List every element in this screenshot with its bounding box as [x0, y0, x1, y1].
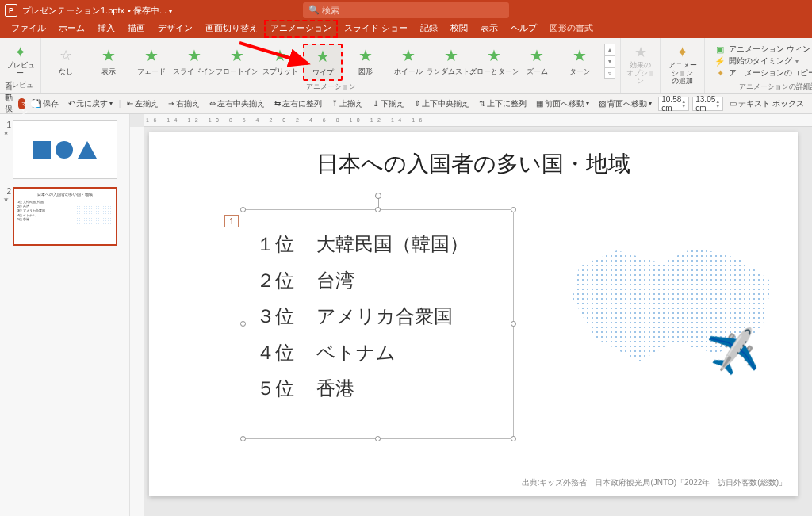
preview-button[interactable]: ✦ プレビュー — [2, 41, 39, 80]
menu-shape-format[interactable]: 図形の書式 — [543, 20, 599, 38]
menu-design[interactable]: デザイン — [151, 20, 199, 38]
effect-options-button[interactable]: ★ 効果の オプション — [622, 41, 659, 88]
animation-label: なし — [59, 67, 73, 77]
add-animation-button[interactable]: ✦ アニメーション の追加 — [665, 41, 701, 88]
animation-ターン[interactable]: ★ターン — [560, 44, 599, 79]
align-center-h-button[interactable]: ⇔左右中央揃え — [206, 97, 268, 111]
align-bottom-button[interactable]: ⤓下揃え — [370, 97, 408, 111]
textbox-button[interactable]: ▭テキスト ボックス — [726, 97, 807, 111]
canvas-area[interactable]: 16 14 12 10 8 6 4 2 0 2 4 6 8 10 12 14 1… — [130, 114, 812, 516]
rotate-handle[interactable] — [375, 193, 381, 199]
animation-フロートイン[interactable]: ★フロートイン — [217, 44, 257, 79]
ranking-text-frame[interactable]: 1 １位大韓民国（韓国）２位台湾３位アメリカ合衆国４位ベトナム５位香港 — [243, 209, 514, 439]
rank-number: １位 — [256, 226, 294, 262]
add-animation-icon: ✦ — [676, 44, 688, 61]
menu-view[interactable]: 表示 — [474, 20, 504, 38]
menu-insert[interactable]: 挿入 — [91, 20, 121, 38]
align-bottom-icon: ⤓ — [373, 99, 379, 108]
trigger-icon: ⚡ — [714, 56, 726, 67]
distribute-h-button[interactable]: ⇆左右に整列 — [271, 97, 325, 111]
align-top-button[interactable]: ⤒上揃え — [328, 97, 366, 111]
thumbnail-2[interactable]: 日本への入国者の多い国・地域 1位 大韓民国(韓国) 2位 台湾 3位 アメリカ… — [13, 187, 117, 246]
ranking-list[interactable]: １位大韓民国（韓国）２位台湾３位アメリカ合衆国４位ベトナム５位香港 — [243, 210, 513, 422]
thumbnail-pane: 1★ 2★ 日本への入国者の多い国・地域 1位 大韓民国(韓国) 2位 台湾 3… — [0, 114, 130, 516]
slide[interactable]: 日本への入国者の多い国・地域 1 １位大韓民国（韓国）２位台湾３位アメリカ合衆国… — [149, 132, 798, 496]
menu-draw[interactable]: 描画 — [121, 20, 151, 38]
preview-label: プレビュー — [3, 62, 38, 78]
search-input[interactable] — [303, 2, 509, 18]
search-icon: 🔍 — [308, 5, 320, 15]
thumbnail-1[interactable] — [13, 120, 117, 179]
resize-handle-bl[interactable] — [240, 436, 246, 441]
send-backward-button[interactable]: ▨背面へ移動▾ — [596, 97, 655, 111]
menu-animations[interactable]: アニメーション — [264, 20, 338, 38]
animation-なし[interactable]: ☆なし — [46, 44, 86, 79]
thumbnail-1-wrap[interactable]: 1★ — [3, 120, 126, 179]
align-right-button[interactable]: ⇥右揃え — [165, 97, 203, 111]
animation-painter-button[interactable]: ✦アニメーションのコピー/貼り付け — [714, 67, 812, 78]
rank-number: ５位 — [256, 370, 294, 407]
menu-home[interactable]: ホーム — [52, 20, 91, 38]
animation-フェード[interactable]: ★フェード — [132, 44, 171, 79]
menu-transitions[interactable]: 画面切り替え — [199, 20, 264, 38]
spin-icon[interactable]: ▲▼ — [715, 99, 720, 109]
align-center-v-button[interactable]: ⇕上下中央揃え — [411, 97, 473, 111]
menu-record[interactable]: 記録 — [414, 20, 444, 38]
resize-handle-tc[interactable] — [375, 207, 381, 212]
animation-グローとターン[interactable]: ★グローとターン — [474, 44, 514, 79]
powerpoint-icon: P — [5, 4, 17, 17]
width-input[interactable]: 13.05 cm▲▼ — [692, 97, 723, 111]
undo-button[interactable]: ↶元に戻す▾ — [65, 97, 116, 111]
animation-pane-label: アニメーション ウィンドウ — [729, 44, 812, 55]
thumb-2-title: 日本への入国者の多い国・地域 — [17, 192, 113, 197]
bring-forward-button[interactable]: ▦前面へ移動▾ — [533, 97, 592, 111]
thumb-meta: 2★ — [3, 187, 13, 246]
rank-country: 香港 — [316, 370, 354, 407]
rank-row: ３位アメリカ合衆国 — [256, 298, 500, 334]
resize-handle-bc[interactable] — [375, 436, 381, 441]
animation-label: フェード — [137, 67, 166, 77]
animation-表示[interactable]: ★表示 — [89, 44, 128, 79]
animation-スライドイン[interactable]: ★スライドイン — [174, 44, 214, 79]
menu-slideshow[interactable]: スライド ショー — [338, 20, 414, 38]
autosave-toggle[interactable]: オン — [18, 98, 25, 109]
menu-file[interactable]: ファイル — [5, 20, 52, 38]
animation-ズーム[interactable]: ★ズーム — [517, 44, 557, 79]
undo-icon: ↶ — [68, 99, 75, 108]
height-input[interactable]: 10.58 cm▲▼ — [658, 97, 689, 111]
save-status: • 保存中... — [128, 5, 167, 17]
ribbon-group-animation: ☆なし★表示★フェード★スライドイン★フロートイン★スプリット★ワイプ★図形★ホ… — [41, 38, 621, 93]
menu-help[interactable]: ヘルプ — [504, 20, 543, 38]
animation-図形[interactable]: ★図形 — [346, 44, 385, 79]
animation-ランダムスト…[interactable]: ★ランダムスト… — [431, 44, 471, 79]
align-top-icon: ⤒ — [331, 99, 338, 108]
animation-order-tag[interactable]: 1 — [224, 215, 239, 227]
animation-pane-button[interactable]: ▣アニメーション ウィンドウ — [714, 44, 812, 55]
animation-group-label: アニメーション — [306, 82, 356, 92]
animation-ワイプ[interactable]: ★ワイプ — [303, 44, 343, 81]
resize-handle-br[interactable] — [511, 436, 516, 441]
menu-review[interactable]: 校閲 — [444, 20, 474, 38]
animation-ホイール[interactable]: ★ホイール — [389, 44, 428, 79]
thumbnail-2-wrap[interactable]: 2★ 日本への入国者の多い国・地域 1位 大韓民国(韓国) 2位 台湾 3位 ア… — [3, 187, 126, 246]
resize-handle-ml[interactable] — [240, 321, 246, 327]
rank-row: ４位ベトナム — [256, 334, 500, 371]
ribbon-group-advanced: ▣アニメーション ウィンドウ ⚡開始のタイミング ▾ ✦アニメーションのコピー/… — [705, 38, 812, 93]
gallery-scroll[interactable]: ▴▾▿ — [604, 44, 615, 79]
preview-icon: ✦ — [14, 44, 26, 61]
star-icon: ★ — [99, 46, 118, 65]
rank-number: ４位 — [256, 334, 294, 371]
trigger-button[interactable]: ⚡開始のタイミング ▾ — [714, 55, 812, 67]
star-icon: ★ — [442, 46, 461, 65]
align-left-button[interactable]: ⇤左揃え — [124, 97, 162, 111]
thumb-meta: 1★ — [3, 120, 13, 179]
spin-icon[interactable]: ▲▼ — [681, 99, 686, 109]
resize-handle-tl[interactable] — [240, 207, 246, 212]
distribute-v-button[interactable]: ⇅上下に整列 — [476, 97, 530, 111]
title-dropdown[interactable] — [167, 6, 172, 15]
slide-title[interactable]: 日本への入国者の多い国・地域 — [149, 132, 798, 179]
resize-handle-tr[interactable] — [511, 207, 516, 212]
resize-handle-mr[interactable] — [511, 321, 516, 327]
star-icon: ★ — [228, 46, 247, 65]
animation-スプリット[interactable]: ★スプリット — [260, 44, 300, 79]
